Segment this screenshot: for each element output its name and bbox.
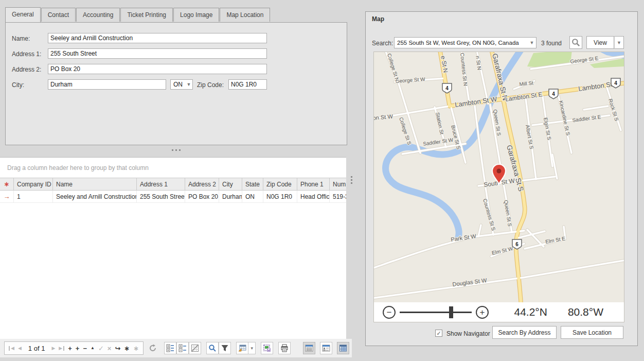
print-button[interactable]: [278, 342, 291, 354]
table-cell[interactable]: Seeley and Arnill Construction: [53, 191, 137, 202]
last-record-button[interactable]: ▶: [59, 346, 64, 351]
name-field[interactable]: [48, 33, 267, 43]
check-icon: ✓: [436, 330, 441, 337]
expand-groups-button[interactable]: [164, 342, 176, 354]
column-header[interactable]: Company ID: [14, 178, 53, 190]
table-cell[interactable]: PO Box 20: [185, 191, 219, 202]
city-label: City:: [12, 79, 48, 91]
column-header[interactable]: Zip Code: [263, 178, 297, 190]
save-location-button[interactable]: Save Location: [561, 326, 623, 339]
map-footer: ✓ Show Navigator Search By Address Save …: [366, 326, 637, 340]
tab-map-location[interactable]: Map Location: [220, 8, 270, 22]
filter-button[interactable]: [219, 342, 231, 354]
table-row[interactable]: →1Seeley and Arnill Construction255 Sout…: [0, 191, 346, 203]
next-record-button[interactable]: ▶: [51, 346, 55, 351]
chevron-down-icon: ▼: [185, 82, 192, 87]
filter-asterisk2-button[interactable]: ∗: [133, 345, 139, 352]
end-edit-button[interactable]: ✓: [98, 345, 104, 352]
map-panel: Map Search: 255 South St W, West Grey, O…: [365, 11, 638, 346]
table-cell[interactable]: Head Office: [297, 191, 330, 202]
next-page-button[interactable]: ↪: [115, 345, 120, 352]
column-header[interactable]: Phone 1: [297, 178, 330, 190]
append-child-button[interactable]: +: [76, 345, 80, 352]
tab-ticket-printing[interactable]: Ticket Printing: [120, 8, 173, 22]
show-navigator-checkbox[interactable]: ✓: [435, 330, 442, 337]
tab-accounting[interactable]: Accounting: [76, 8, 120, 22]
svg-text:4: 4: [445, 85, 449, 91]
search-button[interactable]: [206, 342, 219, 354]
table-cell[interactable]: ON: [242, 191, 263, 202]
search-by-address-button[interactable]: Search By Address: [492, 326, 557, 339]
filter-icon: [221, 344, 229, 352]
column-chooser-button[interactable]: [236, 342, 248, 354]
refresh-button[interactable]: [147, 342, 159, 354]
column-chooser-dropdown[interactable]: ▼: [248, 342, 256, 354]
column-header[interactable]: Name: [53, 178, 137, 190]
zoom-slider[interactable]: [400, 312, 472, 313]
svg-text:4: 4: [614, 80, 617, 86]
form-view-button[interactable]: [303, 342, 315, 354]
column-chooser-icon: [238, 344, 246, 352]
tab-general[interactable]: General: [5, 7, 41, 22]
map-search-value: 255 South St W, West Grey, ON N0G, Canad…: [395, 40, 528, 46]
address2-field[interactable]: [48, 64, 267, 74]
grid-view-icon: [339, 344, 347, 352]
layout-button[interactable]: [189, 342, 201, 354]
svg-text:4: 4: [552, 91, 555, 97]
address1-label: Address 1:: [12, 48, 48, 60]
prev-record-button[interactable]: ◀: [18, 346, 22, 351]
zoom-in-button[interactable]: +: [476, 306, 489, 319]
current-row-icon: →: [4, 193, 10, 200]
record-view-button[interactable]: [320, 342, 332, 354]
column-header[interactable]: Address 2: [185, 178, 219, 190]
address1-field[interactable]: [48, 48, 267, 59]
vertical-splitter[interactable]: [351, 176, 352, 185]
grid-view-button[interactable]: [337, 342, 349, 354]
column-header[interactable]: State: [242, 178, 263, 190]
delete-record-button[interactable]: −: [83, 345, 87, 352]
collapse-groups-button[interactable]: [176, 342, 189, 354]
city-field[interactable]: [48, 79, 166, 90]
append-record-button[interactable]: +: [68, 345, 72, 352]
map-search-label: Search:: [372, 40, 393, 47]
grid-indicator-header[interactable]: ∗: [0, 178, 14, 190]
zip-label: Zip Code:: [197, 79, 224, 91]
cancel-edit-button[interactable]: ×: [108, 345, 112, 352]
view-split-button: View ▼: [586, 36, 624, 49]
state-dropdown[interactable]: ON ▼: [170, 79, 193, 90]
column-header[interactable]: Address 1: [137, 178, 185, 190]
table-cell[interactable]: 255 South Street: [137, 191, 185, 202]
tab-logo-image[interactable]: Logo Image: [173, 8, 219, 22]
grid-group-panel[interactable]: Drag a column header here to group by th…: [0, 158, 346, 178]
search-results-count: 3 found: [541, 40, 562, 47]
zip-field[interactable]: [228, 79, 267, 90]
first-record-button[interactable]: ◀: [9, 346, 14, 351]
horizontal-splitter[interactable]: [172, 149, 181, 151]
table-cell[interactable]: N0G 1R0: [263, 191, 297, 202]
row-indicator[interactable]: →: [0, 191, 14, 202]
search-icon: [208, 344, 217, 352]
show-navigator-label: Show Navigator: [446, 330, 490, 337]
zoom-out-button[interactable]: −: [383, 306, 396, 319]
save-layout-button[interactable]: [261, 342, 273, 354]
column-header[interactable]: Num: [330, 178, 346, 190]
print-icon: [280, 344, 289, 352]
tab-contact[interactable]: Contact: [41, 8, 76, 22]
filter-asterisk-button[interactable]: ∗: [124, 345, 130, 352]
edit-record-button[interactable]: ▲: [91, 346, 95, 350]
table-cell[interactable]: Durham: [219, 191, 242, 202]
company-grid: Drag a column header here to group by th…: [0, 157, 346, 339]
view-dropdown[interactable]: ▼: [614, 36, 624, 49]
map-search-combo[interactable]: 255 South St W, West Grey, ON N0G, Canad…: [394, 37, 536, 48]
map-search-button[interactable]: [569, 36, 582, 49]
tab-strip: General Contact Accounting Ticket Printi…: [5, 7, 271, 22]
table-cell[interactable]: 1: [14, 191, 53, 202]
view-button[interactable]: View: [586, 36, 614, 49]
map-viewport[interactable]: George St WCollege St Ne St NCountess St…: [373, 51, 624, 322]
table-cell[interactable]: 519-3: [330, 191, 346, 202]
column-header[interactable]: City: [219, 178, 242, 190]
zoom-slider-thumb[interactable]: [449, 306, 453, 318]
latitude-value: 44.2°N: [514, 306, 547, 318]
map-canvas[interactable]: George St WCollege St Ne St NCountess St…: [374, 52, 624, 322]
expand-groups-icon: [166, 344, 174, 352]
